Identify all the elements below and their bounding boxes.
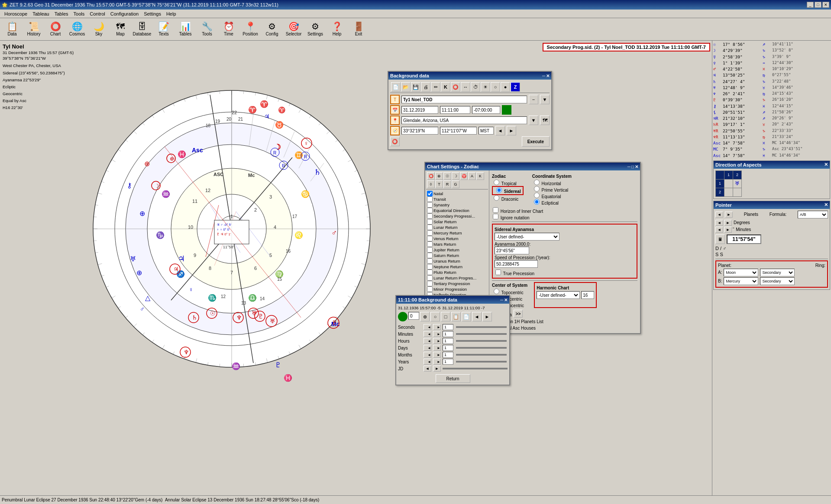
toolbar-selector-button[interactable]: 🎯 Selector: [283, 19, 304, 39]
grid-cell-12[interactable]: ♅: [733, 179, 742, 188]
coord-arrow2-btn[interactable]: ►: [507, 126, 516, 135]
ring-b-select[interactable]: Secondary: [760, 277, 795, 285]
check-jupiter-return[interactable]: Jupiter Return: [426, 247, 488, 253]
speed-precession-input[interactable]: [495, 260, 538, 268]
pointer-right[interactable]: ►: [725, 212, 733, 218]
radio-equatorial[interactable]: Equatorial: [532, 193, 572, 199]
days-minus-btn[interactable]: ◄: [424, 345, 431, 351]
check-minor[interactable]: Minor Progression: [426, 286, 488, 292]
years-slider[interactable]: [456, 361, 507, 363]
execute-button[interactable]: Execute: [522, 136, 550, 147]
menu-configuration[interactable]: Configuration: [108, 10, 141, 17]
tzname-input[interactable]: [479, 127, 494, 135]
check-transit[interactable]: Transit: [426, 196, 488, 202]
s-icon11[interactable]: G: [452, 180, 459, 188]
profile-name-input[interactable]: [401, 96, 527, 103]
months-value-input[interactable]: [443, 352, 453, 358]
toolbar-tools-button[interactable]: 🔧 Tools: [197, 19, 217, 39]
chart-settings-minimize[interactable]: ─: [627, 164, 631, 169]
bg-horoscope-btn[interactable]: ⭕: [451, 82, 460, 92]
years-plus-btn[interactable]: ►: [433, 359, 441, 365]
s-icon7[interactable]: K: [476, 172, 484, 180]
bg-new-btn[interactable]: 📄: [391, 82, 401, 92]
toolbar-database-button[interactable]: 🗄 Database: [132, 19, 152, 39]
toolbar-chart-button[interactable]: ⭕ Chart: [45, 19, 66, 39]
toolbar-exit-button[interactable]: 🚪 Exit: [348, 19, 369, 39]
days-slider[interactable]: [456, 347, 507, 349]
check-mercury-return[interactable]: Mercury Return: [426, 230, 488, 236]
time-input[interactable]: [440, 106, 470, 114]
years-minus-btn[interactable]: ◄: [424, 359, 431, 365]
chart-settings-maximize[interactable]: □: [631, 164, 634, 169]
check-lunar-return[interactable]: Lunar Return: [426, 225, 488, 230]
toolbar-map-button[interactable]: 🗺 Map: [110, 19, 131, 39]
check-lunar-prog[interactable]: Lunar Return Progres...: [426, 275, 488, 281]
months-plus-btn[interactable]: ►: [433, 352, 441, 358]
pointer-left2[interactable]: ◄: [715, 220, 723, 226]
toolbar-help-button[interactable]: ❓ Help: [327, 19, 347, 39]
menu-horoscope[interactable]: Horoscope: [2, 10, 30, 17]
menu-tableau[interactable]: Tableau: [30, 10, 52, 17]
months-minus-btn[interactable]: ◄: [424, 352, 431, 358]
bg-z-btn[interactable]: Z: [511, 82, 520, 92]
location-input[interactable]: [401, 116, 527, 124]
progress-value-input[interactable]: [408, 312, 419, 320]
seconds-value-input[interactable]: [443, 324, 453, 330]
toolbar-time-button[interactable]: ⏰ Time: [218, 19, 239, 39]
check-horizon-inner[interactable]: Horizon of Inner Chart: [492, 209, 543, 214]
check-equatorial[interactable]: Equatorial Direction: [426, 208, 488, 213]
bg-data-close[interactable]: ✕: [546, 74, 550, 78]
toolbar-cosmos-button[interactable]: 🌐 Cosmos: [67, 19, 87, 39]
bg-dot-btn[interactable]: ●: [501, 82, 510, 92]
lon-input[interactable]: [440, 127, 477, 135]
s-icon3[interactable]: ☉: [443, 172, 451, 180]
seconds-plus-btn[interactable]: ►: [433, 324, 441, 330]
radio-topocentric[interactable]: Topocentric: [492, 289, 527, 295]
bg-minus-btn[interactable]: −: [529, 95, 538, 104]
bg-sun-btn[interactable]: ☀: [481, 82, 490, 92]
bg-circle-btn[interactable]: ○: [491, 82, 500, 92]
menu-help[interactable]: Help: [164, 10, 179, 17]
prog-icon3[interactable]: □: [441, 312, 450, 321]
prog-icon1[interactable]: ⊕: [420, 312, 430, 321]
radio-ecliptical[interactable]: Ecliptical: [532, 199, 572, 205]
pointer-left3[interactable]: ◄: [715, 227, 723, 233]
minutes-plus-btn[interactable]: ►: [433, 331, 441, 337]
maximize-button[interactable]: □: [815, 2, 821, 8]
s-icon2[interactable]: ⊕: [435, 172, 443, 180]
pointer-close[interactable]: ✕: [824, 202, 828, 208]
minutes-value-input[interactable]: [443, 331, 453, 337]
toolbar-tables-button[interactable]: 📊 Tables: [175, 19, 196, 39]
s-icon5[interactable]: ♈: [460, 172, 468, 180]
ayanamsa-select[interactable]: -User defined-: [495, 233, 559, 241]
prog-icon2[interactable]: ○: [430, 312, 440, 321]
planet-b-select[interactable]: Mercury: [724, 277, 758, 285]
check-true-precession[interactable]: True Precession: [495, 271, 534, 276]
check-natal[interactable]: Natal: [426, 191, 488, 196]
hours-minus-btn[interactable]: ◄: [424, 338, 431, 344]
bg-edit-btn[interactable]: ✏: [431, 82, 440, 92]
radio-prime-vertical[interactable]: Prime Vertical: [532, 186, 572, 193]
pointer-formula-select[interactable]: A/B: [798, 211, 828, 218]
progress-minimize[interactable]: ─: [500, 298, 503, 302]
ayanamsa-2000-input[interactable]: [495, 247, 529, 254]
harmonic-number-input[interactable]: [581, 291, 594, 299]
s-icon10[interactable]: R: [443, 180, 451, 188]
radio-draconic[interactable]: Draconic: [492, 195, 524, 202]
execute-icon-btn[interactable]: ⭕: [390, 137, 400, 146]
check-solar-return[interactable]: Solar Return: [426, 219, 488, 225]
toolbar-data-button[interactable]: 📋 Data: [2, 19, 23, 39]
prog-prev-btn[interactable]: ◄: [472, 312, 482, 321]
varga-btn[interactable]: >>: [514, 310, 523, 318]
minimize-button[interactable]: _: [807, 2, 814, 8]
date-input[interactable]: [401, 106, 438, 114]
chart-settings-close[interactable]: ✕: [635, 164, 638, 169]
toolbar-position-button[interactable]: 📍 Position: [240, 19, 261, 39]
toolbar-history-button[interactable]: 📜 History: [23, 19, 44, 39]
seconds-slider[interactable]: [456, 326, 507, 328]
menu-tools[interactable]: Tools: [71, 10, 87, 17]
years-value-input[interactable]: [443, 359, 453, 365]
close-button[interactable]: ✕: [822, 2, 829, 8]
hours-plus-btn[interactable]: ►: [433, 338, 441, 344]
radio-horizontal[interactable]: Horizontal: [532, 180, 572, 186]
